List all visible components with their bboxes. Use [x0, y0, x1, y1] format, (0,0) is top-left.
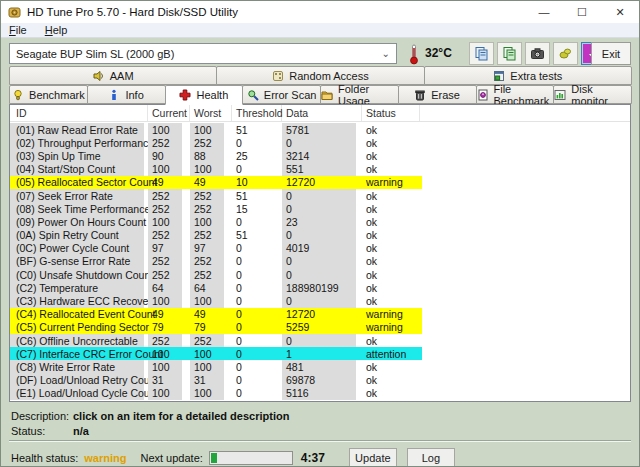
- tab-error-scan[interactable]: Error Scan: [242, 85, 321, 104]
- cell-id: (C8) Write Error Rate: [10, 360, 144, 373]
- menu-help[interactable]: Help: [45, 24, 68, 36]
- cell-worst: 49: [190, 308, 224, 321]
- table-header: ID Current Worst Threshold Data Status: [10, 105, 630, 122]
- cell-id: (09) Power On Hours Count: [10, 215, 144, 228]
- table-row[interactable]: (02) Throughput Performance25225200ok: [10, 136, 422, 149]
- table-row[interactable]: (0A) Spin Retry Count252252510ok: [10, 229, 422, 242]
- cell-current: 252: [148, 334, 182, 347]
- table-row[interactable]: (C5) Current Pending Sector797905259warn…: [10, 321, 422, 334]
- maximize-button[interactable]: ☐: [563, 1, 601, 23]
- cell-worst: 88: [190, 149, 224, 162]
- exit-button[interactable]: Exit: [591, 42, 631, 65]
- tab-info[interactable]: Info: [87, 85, 166, 104]
- table-row[interactable]: (C4) Reallocated Event Count4949012720wa…: [10, 308, 422, 321]
- table-row[interactable]: (05) Reallocated Sector Count49491012720…: [10, 176, 422, 189]
- footer-divider: [9, 440, 631, 442]
- cell-worst: 100: [190, 387, 224, 400]
- tab-erase[interactable]: Erase: [398, 85, 477, 104]
- cell-data: 12720: [282, 176, 356, 189]
- cell-data: 0: [282, 268, 356, 281]
- tab-label: Benchmark: [29, 89, 85, 101]
- cell-id: (C6) Offline Uncorrectable: [10, 334, 144, 347]
- lightbulb-icon: [12, 89, 24, 101]
- cell-current: 252: [148, 136, 182, 149]
- tab-benchmark[interactable]: Benchmark: [9, 85, 88, 104]
- cell-worst: 252: [190, 229, 224, 242]
- tab-label: Erase: [431, 89, 460, 101]
- table-row[interactable]: (C3) Hardware ECC Recovered10010000ok: [10, 294, 422, 307]
- cell-worst: 31: [190, 374, 224, 387]
- table-row[interactable]: (08) Seek Time Performance252252150ok: [10, 202, 422, 215]
- menu-file[interactable]: File: [9, 24, 27, 36]
- tab-aam[interactable]: AAM: [9, 66, 217, 85]
- cell-id: (08) Seek Time Performance: [10, 202, 144, 215]
- table-rows: (01) Raw Read Error Rate100100515781ok(0…: [10, 122, 630, 400]
- copy-pages-blue-icon[interactable]: [469, 42, 494, 65]
- column-header-status: Status: [362, 105, 420, 121]
- cell-current: 79: [148, 321, 182, 334]
- cell-data: 1: [282, 347, 356, 360]
- cell-status: ok: [362, 163, 420, 176]
- speaker-icon: [93, 70, 105, 82]
- cell-current: 100: [148, 347, 182, 360]
- cell-threshold: 51: [232, 189, 276, 202]
- cell-status: ok: [362, 123, 420, 136]
- cell-threshold: 0: [232, 294, 276, 307]
- description-value: click on an item for a detailed descript…: [73, 410, 289, 422]
- log-button[interactable]: Log: [407, 448, 455, 467]
- table-row[interactable]: (C0) Unsafe Shutdown Count25225200ok: [10, 268, 422, 281]
- footer-bar: Health status: warning Next update: 4:37…: [11, 446, 631, 467]
- cell-id: (E1) Load/Unload Cycle Count: [10, 387, 144, 400]
- cell-data: 0: [282, 189, 356, 202]
- table-row[interactable]: (0C) Power Cycle Count979704019ok: [10, 242, 422, 255]
- health-status-value: warning: [84, 452, 126, 464]
- cell-data: 0: [282, 294, 356, 307]
- tab-folder-usage[interactable]: Folder Usage: [320, 85, 399, 104]
- window-title: HD Tune Pro 5.70 - Hard Disk/SSD Utility: [27, 6, 238, 18]
- description-label: Description:: [11, 410, 73, 422]
- drive-select[interactable]: Seagate BUP Slim SL (2000 gB) ⌄: [9, 43, 397, 64]
- cell-threshold: 0: [232, 374, 276, 387]
- thermometer-icon: [407, 42, 421, 66]
- next-update-label: Next update:: [140, 452, 202, 464]
- tab-disk-monitor[interactable]: Disk monitor: [553, 85, 632, 104]
- close-button[interactable]: ✕: [601, 1, 639, 23]
- table-row[interactable]: (07) Seek Error Rate252252510ok: [10, 189, 422, 202]
- table-row[interactable]: (03) Spin Up Time9088253214ok: [10, 149, 422, 162]
- tab-file-benchmark[interactable]: File Benchmark: [476, 85, 555, 104]
- table-row[interactable]: (C6) Offline Uncorrectable25225200ok: [10, 334, 422, 347]
- table-row[interactable]: (C8) Write Error Rate1001000481ok: [10, 360, 422, 373]
- table-row[interactable]: (C2) Temperature64640188980199ok: [10, 281, 422, 294]
- magnifier-icon: [247, 89, 259, 101]
- tab-label: Health: [196, 89, 228, 101]
- table-row[interactable]: (BF) G-sense Error Rate25225200ok: [10, 255, 422, 268]
- copy-pages-green-icon[interactable]: [497, 42, 522, 65]
- cell-threshold: 0: [232, 347, 276, 360]
- status-value: n/a: [73, 425, 89, 437]
- cell-id: (BF) G-sense Error Rate: [10, 255, 144, 268]
- cell-worst: 100: [190, 347, 224, 360]
- cell-worst: 252: [190, 202, 224, 215]
- table-row[interactable]: (E1) Load/Unload Cycle Count10010005116o…: [10, 387, 422, 400]
- client-area: Seagate BUP Slim SL (2000 gB) ⌄ 32°C: [1, 38, 639, 466]
- cell-data: 5259: [282, 321, 356, 334]
- cell-threshold: 0: [232, 387, 276, 400]
- table-row[interactable]: (C7) Interface CRC Error Count10010001at…: [10, 347, 422, 360]
- cell-worst: 100: [190, 294, 224, 307]
- minimize-button[interactable]: —: [525, 1, 563, 23]
- cell-id: (07) Seek Error Rate: [10, 189, 144, 202]
- table-row[interactable]: (01) Raw Read Error Rate100100515781ok: [10, 123, 422, 136]
- table-row[interactable]: (04) Start/Stop Count1001000551ok: [10, 163, 422, 176]
- cell-current: 252: [148, 229, 182, 242]
- cell-data: 551: [282, 163, 356, 176]
- marker-icon[interactable]: [553, 42, 578, 65]
- cell-data: 23: [282, 215, 356, 228]
- status-label: Status:: [11, 425, 73, 437]
- camera-icon[interactable]: [525, 42, 550, 65]
- table-row[interactable]: (DF) Load/Unload Retry Count3131069878ok: [10, 374, 422, 387]
- update-button[interactable]: Update: [349, 448, 397, 467]
- cell-status: ok: [362, 294, 420, 307]
- table-row[interactable]: (09) Power On Hours Count100100023ok: [10, 215, 422, 228]
- tab-health[interactable]: Health: [165, 85, 244, 105]
- tabs-main: Benchmark Info Health Err: [9, 85, 631, 104]
